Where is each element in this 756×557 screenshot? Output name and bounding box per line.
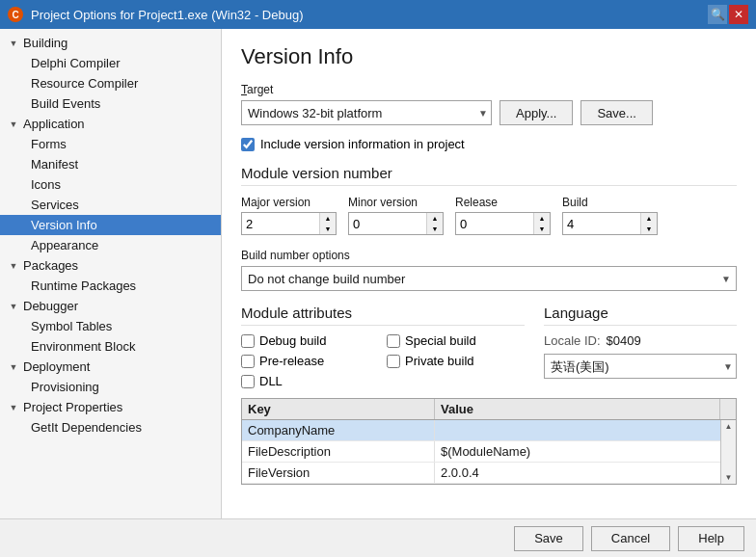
build-options-wrapper: Build number options Do not change build… <box>241 249 737 291</box>
sidebar-group-packages: ▼ Packages Runtime Packages <box>0 255 221 296</box>
sidebar-group-header-project-properties[interactable]: ▼ Project Properties <box>0 397 221 417</box>
release-spinner: ▲ ▼ <box>455 212 551 235</box>
search-button[interactable]: 🔍 <box>708 5 727 24</box>
scroll-up-icon[interactable]: ▲ <box>725 422 733 431</box>
release-down[interactable]: ▼ <box>534 224 550 234</box>
kv-scrollbar: ▲ ▼ <box>720 420 736 484</box>
sidebar-group-debugger: ▼ Debugger Symbol Tables Environment Blo… <box>0 296 221 357</box>
release-field: Release ▲ ▼ <box>455 196 551 235</box>
build-options-label: Build number options <box>241 249 737 262</box>
sidebar-group-label-debugger: Debugger <box>23 299 78 313</box>
save-target-button[interactable]: Save... <box>580 100 652 125</box>
locale-select-wrapper: 英语(美国) ▼ <box>544 354 737 379</box>
locale-row: Locale ID: $0409 <box>544 333 737 348</box>
checkboxes-grid: Debug build Special build Pre-release Pr… <box>241 333 525 388</box>
sidebar-item-getit-dependencies[interactable]: GetIt Dependencies <box>0 417 221 438</box>
table-row[interactable]: FileVersion 2.0.0.4 <box>242 463 720 484</box>
footer: Save Cancel Help <box>0 518 756 557</box>
build-options-select[interactable]: Do not change build number <box>241 266 737 291</box>
close-button[interactable]: ✕ <box>729 5 748 24</box>
sidebar-item-services[interactable]: Services <box>0 195 221 215</box>
locale-select[interactable]: 英语(美国) <box>544 354 737 379</box>
target-label: Target <box>241 83 737 96</box>
sidebar-item-icons[interactable]: Icons <box>0 174 221 195</box>
sidebar-group-header-application[interactable]: ▼ Application <box>0 114 221 134</box>
sidebar-item-delphi-compiler[interactable]: Delphi Compiler <box>0 53 221 73</box>
minor-version-input[interactable] <box>349 213 426 234</box>
table-row[interactable]: FileDescription $(ModuleName) <box>242 441 720 463</box>
sidebar-item-environment-block[interactable]: Environment Block <box>0 336 221 357</box>
kv-value-2: 2.0.0.4 <box>435 463 705 483</box>
minor-version-up[interactable]: ▲ <box>427 213 443 224</box>
help-button[interactable]: Help <box>678 526 744 551</box>
titlebar-controls: 🔍 ✕ <box>708 5 748 24</box>
sidebar-group-application: ▼ Application Forms Manifest Icons Servi… <box>0 114 221 255</box>
target-select[interactable]: Windows 32-bit platform <box>241 100 492 125</box>
apply-button[interactable]: Apply... <box>500 100 573 125</box>
main-layout: ▼ Building Delphi Compiler Resource Comp… <box>0 29 756 518</box>
scroll-down-icon[interactable]: ▼ <box>725 473 733 482</box>
sidebar-group-header-packages[interactable]: ▼ Packages <box>0 255 221 276</box>
private-build-checkbox[interactable] <box>387 355 400 368</box>
release-input[interactable] <box>456 213 533 234</box>
release-up[interactable]: ▲ <box>534 213 550 224</box>
target-row: Windows 32-bit platform ▼ Apply... Save.… <box>241 100 737 125</box>
major-version-up[interactable]: ▲ <box>320 213 336 224</box>
sidebar: ▼ Building Delphi Compiler Resource Comp… <box>0 29 222 518</box>
private-build-label: Private build <box>405 354 474 368</box>
special-build-label: Special build <box>405 333 476 348</box>
special-build-checkbox[interactable] <box>387 334 400 348</box>
cancel-button[interactable]: Cancel <box>591 526 670 551</box>
sidebar-group-header-building[interactable]: ▼ Building <box>0 33 221 53</box>
kv-key-0: CompanyName <box>242 420 435 440</box>
sidebar-item-build-events[interactable]: Build Events <box>0 93 221 114</box>
build-up[interactable]: ▲ <box>641 213 657 224</box>
major-version-label: Major version <box>241 196 337 209</box>
app-icon: C <box>8 7 23 22</box>
chevron-down-icon: ▼ <box>8 402 19 413</box>
sidebar-item-version-info[interactable]: Version Info <box>0 215 221 235</box>
pre-release-checkbox[interactable] <box>241 355 255 368</box>
build-field: Build ▲ ▼ <box>562 196 658 235</box>
sidebar-group-project-properties: ▼ Project Properties GetIt Dependencies <box>0 397 221 438</box>
sidebar-item-symbol-tables[interactable]: Symbol Tables <box>0 316 221 336</box>
sidebar-item-forms[interactable]: Forms <box>0 134 221 154</box>
debug-build-checkbox[interactable] <box>241 334 255 348</box>
debug-build-label: Debug build <box>259 333 326 348</box>
sidebar-group-header-deployment[interactable]: ▼ Deployment <box>0 357 221 377</box>
titlebar: C Project Options for Project1.exe (Win3… <box>0 0 756 29</box>
minor-version-spinner: ▲ ▼ <box>348 212 444 235</box>
kv-table: Key Value CompanyName FileDescription $(… <box>241 398 737 485</box>
sidebar-group-header-debugger[interactable]: ▼ Debugger <box>0 296 221 316</box>
kv-header-key: Key <box>242 399 435 419</box>
chevron-down-icon: ▼ <box>8 361 19 373</box>
dll-checkbox[interactable] <box>241 375 255 388</box>
sidebar-item-resource-compiler[interactable]: Resource Compiler <box>0 73 221 93</box>
sidebar-item-appearance[interactable]: Appearance <box>0 235 221 255</box>
release-label: Release <box>455 196 551 209</box>
module-attrs: Module attributes Debug build Special bu… <box>241 305 525 388</box>
include-version-checkbox[interactable] <box>241 138 255 151</box>
sidebar-item-runtime-packages[interactable]: Runtime Packages <box>0 276 221 296</box>
table-row[interactable]: CompanyName <box>242 420 720 441</box>
sidebar-group-label-project-properties: Project Properties <box>23 400 122 414</box>
sidebar-item-manifest[interactable]: Manifest <box>0 154 221 174</box>
kv-key-1: FileDescription <box>242 441 435 462</box>
major-version-spinner: ▲ ▼ <box>241 212 337 235</box>
kv-body: CompanyName FileDescription $(ModuleName… <box>242 420 736 484</box>
kv-rows: CompanyName FileDescription $(ModuleName… <box>242 420 720 484</box>
kv-header-value: Value <box>435 399 720 419</box>
sidebar-group-label-packages: Packages <box>23 258 78 273</box>
pre-release-label: Pre-release <box>259 354 324 368</box>
kv-header: Key Value <box>242 399 736 420</box>
private-build-item: Private build <box>387 354 525 368</box>
sidebar-item-provisioning[interactable]: Provisioning <box>0 377 221 397</box>
build-down[interactable]: ▼ <box>641 224 657 234</box>
module-version-title: Module version number <box>241 165 737 186</box>
kv-value-0 <box>435 420 705 440</box>
minor-version-down[interactable]: ▼ <box>427 224 443 234</box>
major-version-down[interactable]: ▼ <box>320 224 336 234</box>
major-version-input[interactable] <box>242 213 319 234</box>
build-input[interactable] <box>563 213 640 234</box>
save-button[interactable]: Save <box>514 526 583 551</box>
